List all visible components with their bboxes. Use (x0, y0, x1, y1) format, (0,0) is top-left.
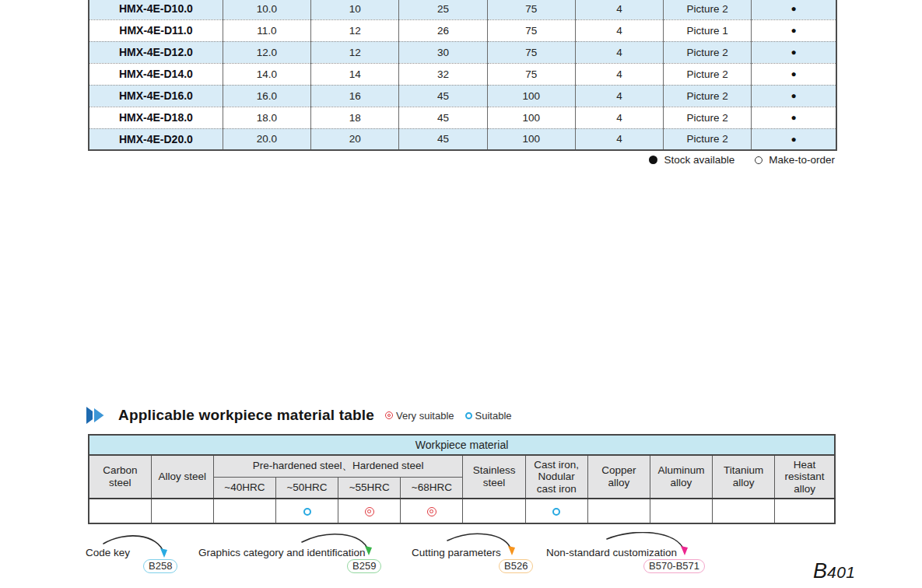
model-cell: HMX-4E-D12.0 (89, 41, 223, 63)
column-header: Cast iron, Nodular cast iron (525, 455, 587, 499)
value-cell: 100 (487, 85, 575, 107)
column-header: Titanium alloy (713, 455, 775, 499)
value-cell: 4 (575, 0, 663, 19)
column-group-header: Pre-hardened steel、Hardened steel (213, 455, 463, 477)
model-cell: HMX-4E-D10.0 (89, 0, 223, 19)
mark-cell (89, 499, 151, 523)
column-header: Carbon steel (89, 455, 151, 499)
model-cell: HMX-4E-D14.0 (89, 63, 223, 85)
value-cell: 45 (399, 107, 487, 128)
picture-cell: Picture 2 (664, 41, 752, 63)
suitability-marks-row (89, 499, 835, 523)
model-cell: HMX-4E-D16.0 (89, 85, 223, 107)
value-cell: 75 (487, 19, 575, 41)
page-number: B401 (813, 559, 856, 583)
table-row: HMX-4E-D10.0 10.0 10 25 75 4 Picture 2 ● (89, 0, 836, 19)
mark-cell (650, 499, 712, 523)
suitability-legend: Very suitable Suitable (385, 410, 511, 422)
section-heading: Applicable workpiece material table Very… (86, 407, 512, 424)
value-cell: 45 (399, 85, 487, 107)
mark-cell (151, 499, 213, 523)
picture-cell: Picture 2 (664, 63, 752, 85)
column-header: Stainless steel (463, 455, 525, 499)
value-cell: 100 (487, 107, 575, 128)
value-cell: 75 (487, 63, 575, 85)
make-to-order-label: Make-to-order (769, 154, 835, 166)
value-cell: 4 (575, 128, 663, 150)
stock-available-label: Stock available (664, 154, 734, 166)
value-cell: 14 (311, 63, 399, 85)
value-cell: 26 (399, 19, 487, 41)
value-cell: 100 (487, 128, 575, 150)
stock-indicator: ● (752, 107, 836, 128)
table-row: HMX-4E-D18.0 18.0 18 45 100 4 Picture 2 … (89, 107, 836, 128)
value-cell: 20.0 (223, 128, 310, 150)
table-row: HMX-4E-D11.0 11.0 12 26 75 4 Picture 1 ● (89, 19, 836, 41)
stock-available-icon (649, 156, 657, 164)
value-cell: 32 (399, 63, 487, 85)
stock-indicator: ● (752, 41, 836, 63)
value-cell: 45 (399, 128, 487, 150)
section-title: Applicable workpiece material table (118, 407, 374, 424)
mark-cell (525, 499, 587, 523)
table-row: HMX-4E-D12.0 12.0 12 30 75 4 Picture 2 ● (89, 41, 836, 63)
mark-cell (587, 499, 650, 523)
mark-cell (213, 499, 275, 523)
value-cell: 10.0 (223, 0, 310, 19)
column-header: ~55HRC (338, 477, 401, 499)
page-number-prefix: B (813, 559, 827, 583)
mark-cell (713, 499, 775, 523)
column-header: Copper alloy (587, 455, 650, 499)
mark-cell (338, 499, 401, 523)
model-cell: HMX-4E-D11.0 (89, 19, 223, 41)
picture-cell: Picture 2 (664, 85, 752, 107)
value-cell: 25 (399, 0, 487, 19)
value-cell: 14.0 (223, 63, 310, 85)
model-cell: HMX-4E-D20.0 (89, 128, 223, 150)
arrowhead-orange-icon (508, 546, 515, 555)
column-header: ~40HRC (213, 477, 275, 499)
table-row: HMX-4E-D16.0 16.0 16 45 100 4 Picture 2 … (89, 85, 836, 107)
stock-legend: Stock available Make-to-order (649, 154, 835, 166)
value-cell: 30 (399, 41, 487, 63)
suitable-label: Suitable (475, 410, 512, 422)
ref-badge-b526: B526 (499, 559, 533, 573)
spec-table: HMX-4E-D10.0 10.0 10 25 75 4 Picture 2 ●… (88, 0, 837, 151)
suitable-icon (552, 508, 560, 516)
table-row: HMX-4E-D20.0 20.0 20 45 100 4 Picture 2 … (89, 128, 836, 150)
ref-label-code-key: Code key (86, 547, 130, 558)
double-chevron-icon (86, 407, 110, 424)
ref-badge-b259: B259 (347, 559, 381, 573)
ref-label-graphics-category: Graphics category and identification (198, 547, 366, 558)
material-table-banner: Workpiece material (89, 435, 835, 455)
very-suitable-icon (385, 411, 393, 419)
very-suitable-icon (427, 507, 436, 516)
mark-cell (463, 499, 525, 523)
value-cell: 20 (311, 128, 399, 150)
value-cell: 12.0 (223, 41, 310, 63)
stock-indicator: ● (752, 85, 836, 107)
value-cell: 4 (575, 63, 663, 85)
value-cell: 12 (311, 41, 399, 63)
value-cell: 18.0 (223, 107, 310, 128)
mark-cell (775, 499, 835, 523)
value-cell: 4 (575, 107, 663, 128)
stock-indicator: ● (752, 0, 836, 19)
very-suitable-label: Very suitable (396, 410, 454, 422)
workpiece-material-table: Workpiece material Carbon steel Alloy st… (88, 434, 836, 524)
very-suitable-icon (365, 507, 374, 516)
value-cell: 12 (311, 19, 399, 41)
model-cell: HMX-4E-D18.0 (89, 107, 223, 128)
picture-cell: Picture 2 (664, 128, 752, 150)
suitable-icon (303, 508, 311, 516)
value-cell: 10 (311, 0, 399, 19)
ref-label-non-standard-customization: Non-standard customization (546, 547, 677, 558)
value-cell: 11.0 (223, 19, 310, 41)
column-header: ~50HRC (275, 477, 338, 499)
picture-cell: Picture 2 (664, 107, 752, 128)
arrowhead-green-icon (365, 546, 372, 555)
column-header: ~68HRC (401, 477, 463, 499)
value-cell: 4 (575, 41, 663, 63)
value-cell: 4 (575, 85, 663, 107)
table-row: HMX-4E-D14.0 14.0 14 32 75 4 Picture 2 ● (89, 63, 836, 85)
